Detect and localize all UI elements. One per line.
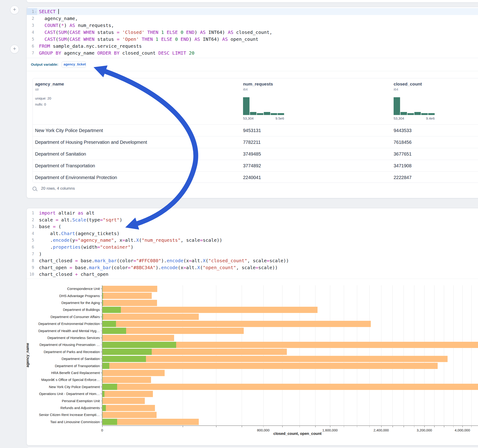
code-line[interactable]: 3⌄base = (	[27, 223, 478, 230]
output-variable-pill[interactable]: agency_tickets	[62, 61, 86, 68]
histogram-max-label: 9.5e6	[275, 116, 284, 120]
code-token: status	[94, 36, 117, 42]
code-token: =	[75, 258, 78, 263]
line-number-text: 3	[32, 223, 34, 230]
table-row[interactable]: Department of Sanitation37494853677651	[33, 148, 478, 160]
code-token: (	[58, 23, 61, 28]
code-token: )	[39, 251, 42, 257]
table-cell: New York City Police Department	[33, 128, 243, 133]
histogram-bar	[250, 112, 256, 115]
code-text: chart_open = base.mark_bar(color="#8BC34…	[37, 264, 278, 271]
code-line[interactable]: 9chart_open = base.mark_bar(color="#8BC3…	[27, 264, 478, 271]
code-token: THEN	[142, 36, 153, 42]
table-row[interactable]: Department of Environmental Protection22…	[33, 171, 478, 183]
code-token: WHEN	[83, 36, 94, 42]
histogram-bar	[243, 97, 250, 115]
table-cell: Department of Housing Preservation and D…	[33, 140, 243, 145]
table-cell: Department of Transportation	[33, 163, 243, 168]
code-line[interactable]: 10chart_closed + chart_open	[27, 271, 478, 278]
sql-editor[interactable]: 1⌄SELECT 2 agency_name,3 COUNT(*) AS num…	[27, 8, 478, 56]
histogram-bar	[394, 97, 400, 115]
code-token: =	[100, 217, 103, 223]
collapse-chevron-icon[interactable]: ⌄	[34, 223, 37, 230]
code-token: =	[267, 258, 269, 263]
histogram-bar	[264, 112, 270, 115]
code-token: AS	[222, 36, 228, 42]
code-token: Chart	[61, 231, 75, 236]
line-number-text: 8	[32, 257, 34, 264]
line-number-text: 9	[32, 264, 34, 271]
add-cell-button[interactable]: +	[10, 6, 19, 14]
table-row[interactable]: New York City Police Department945313194…	[33, 124, 478, 136]
collapse-chevron-icon[interactable]: ⌄	[34, 8, 37, 15]
column-name: agency_name	[35, 81, 243, 87]
line-number: 5	[27, 237, 37, 244]
line-number-text: 5	[32, 36, 34, 43]
code-token: (	[67, 36, 69, 42]
table-cell: Department of Environmental Protection	[33, 175, 243, 180]
table-row[interactable]: Department of Housing Preservation and D…	[33, 136, 478, 148]
code-token: =	[97, 244, 100, 250]
code-text: )	[37, 251, 42, 258]
code-line[interactable]: 4 alt.Chart(agency_tickets)	[27, 230, 478, 237]
add-cell-button[interactable]: +	[10, 45, 19, 53]
output-variable-label: Output variable:	[31, 62, 58, 67]
search-icon[interactable]	[32, 187, 37, 191]
line-number: 2	[27, 15, 37, 22]
code-line[interactable]: 2scale = alt.Scale(type="sqrt")	[27, 217, 478, 224]
code-line[interactable]: 2 agency_name,	[27, 15, 478, 22]
stat-line: nulls: 0	[35, 101, 243, 107]
code-line[interactable]: 1⌄SELECT	[27, 8, 478, 15]
code-token: SUM	[58, 30, 67, 35]
code-token: (agency_tickets)	[75, 231, 120, 236]
table-cell: 3749485	[243, 151, 394, 157]
code-token: ELSE	[161, 36, 172, 42]
python-editor[interactable]: 1import altair as alt2scale = alt.Scale(…	[27, 210, 478, 278]
code-token: num_requests,	[75, 23, 114, 28]
code-token: chart_closed	[39, 258, 75, 263]
column-header-num_requests[interactable]: num_requestsi6453,3049.5e6	[243, 78, 394, 124]
code-token	[120, 36, 122, 42]
code-token	[39, 23, 44, 28]
code-line[interactable]: 7GROUP BY agency_name ORDER BY closed_co…	[27, 50, 478, 56]
table-row[interactable]: Department of Transportation377489234719…	[33, 160, 478, 171]
code-line[interactable]: 5 CAST(SUM(CASE WHEN status = 'Open' THE…	[27, 36, 478, 43]
code-line[interactable]: 7)	[27, 251, 478, 258]
code-token	[39, 30, 44, 35]
python-cell: 1import altair as alt2scale = alt.Scale(…	[26, 208, 478, 445]
column-name: closed_count	[394, 81, 478, 87]
code-line[interactable]: 5 .encode(y="agency_name", x=alt.X("num_…	[27, 237, 478, 244]
code-line[interactable]: 3 COUNT(*) AS num_requests,	[27, 22, 478, 29]
code-token: END	[186, 30, 194, 35]
code-token: =	[128, 265, 131, 270]
column-type: str	[35, 87, 243, 91]
column-type: i64	[394, 87, 478, 91]
code-token: encode	[167, 258, 183, 263]
code-line[interactable]: 6 .properties(width="container")	[27, 244, 478, 251]
table-cell: Department of Sanitation	[33, 151, 243, 157]
code-line[interactable]: 4 CAST(SUM(CASE WHEN status = 'Closed' T…	[27, 29, 478, 36]
code-text: CAST(SUM(CASE WHEN status = 'Open' THEN …	[37, 36, 258, 43]
column-header-agency_name[interactable]: agency_namestrunique: 20nulls: 0	[33, 78, 243, 124]
line-number: 7	[27, 50, 37, 56]
code-token: 'Closed'	[122, 30, 144, 35]
code-token: DESC	[158, 50, 170, 56]
code-token: "#8BC34A"	[131, 265, 155, 270]
code-token: (	[56, 30, 58, 35]
code-line[interactable]: 6FROM sample_data.nyc.service_requests	[27, 43, 478, 50]
column-header-closed_count[interactable]: closed_counti6453,3049.4e6	[394, 78, 478, 124]
code-token: 20	[189, 50, 194, 56]
column-histogram	[243, 97, 284, 115]
code-text: import altair as alt	[37, 210, 94, 217]
code-token: (width	[81, 244, 97, 250]
code-line[interactable]: 1import altair as alt	[27, 210, 478, 217]
code-token: )	[189, 36, 194, 42]
code-line[interactable]: 8chart_closed = base.mark_bar(color="#FF…	[27, 257, 478, 264]
code-token: mark_bar	[89, 265, 111, 270]
code-token: alt.	[58, 217, 72, 223]
code-token	[81, 36, 83, 42]
line-number-text: 6	[32, 43, 34, 50]
code-token: 1	[156, 36, 158, 42]
code-token: 1	[161, 30, 164, 35]
code-token: alt.	[39, 231, 61, 236]
